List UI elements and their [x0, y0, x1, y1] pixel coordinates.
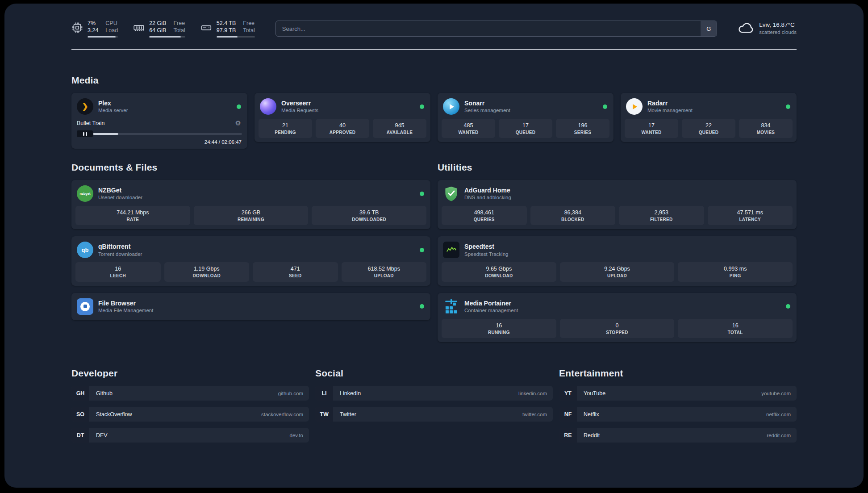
header-divider: [71, 49, 797, 50]
screen: 7% 3.24 CPU Load: [0, 0, 868, 493]
section-utilities: Utilities: [438, 162, 797, 342]
stat-rate: 744.21 Mbps RATE: [75, 206, 190, 225]
stat-ping: 0.993 ms PING: [678, 262, 793, 281]
nzbget-icon: nzbget: [77, 185, 93, 202]
bookmark-netflix[interactable]: NF Netflix netflix.com: [559, 407, 797, 422]
service-desc-plex: Media server: [98, 107, 128, 114]
section-social: Social LI LinkedIn linkedin.com TW Twitt…: [315, 368, 553, 449]
service-desc-sonarr: Series management: [464, 107, 510, 114]
service-desc-overseerr: Media Requests: [281, 107, 318, 114]
service-card-sonarr[interactable]: Sonarr Series management 485 WANTED 17 Q…: [438, 93, 613, 142]
bookmark-twitter[interactable]: TW Twitter twitter.com: [315, 407, 553, 422]
disk-total-label: Total: [243, 27, 255, 34]
stat-download: 1.19 Gbps DOWNLOAD: [164, 262, 250, 281]
bookmark-domain: dev.to: [290, 433, 303, 438]
stat-available: 945 AVAILABLE: [373, 119, 426, 138]
bookmark-abbr: NF: [559, 407, 577, 422]
bookmark-domain: github.com: [278, 391, 303, 396]
bookmark-domain: stackoverflow.com: [261, 412, 303, 417]
bookmark-stackoverflow[interactable]: SO StackOverflow stackoverflow.com: [71, 407, 309, 422]
plex-icon: ❯: [77, 98, 93, 115]
service-card-plex[interactable]: ❯ Plex Media server Bullet Train ⚙ 24:44…: [71, 93, 247, 149]
section-title-entertainment: Entertainment: [559, 368, 797, 379]
radarr-icon: [626, 98, 643, 115]
disk-free-value: 52.4 TB: [217, 20, 236, 27]
memory-total-value: 64 GiB: [149, 27, 166, 34]
stat-queued: 22 QUEUED: [682, 119, 735, 138]
stat-queries: 498,461 QUERIES: [442, 206, 527, 225]
stat-stopped: 0 STOPPED: [560, 319, 675, 338]
bookmark-domain: youtube.com: [761, 391, 791, 396]
cpu-percent: 7%: [88, 20, 98, 27]
bookmark-abbr: GH: [71, 386, 89, 401]
overseerr-icon: [260, 98, 276, 115]
service-card-speedtest[interactable]: Speedtest Speedtest Tracking 9.65 Gbps D…: [438, 236, 797, 285]
search-bar[interactable]: G: [275, 21, 718, 37]
stat-upload: 618.52 Mbps UPLOAD: [342, 262, 427, 281]
service-card-filebrowser[interactable]: File Browser Media File Management: [71, 293, 430, 320]
bookmark-linkedin[interactable]: LI LinkedIn linkedin.com: [315, 386, 553, 401]
section-title-utilities: Utilities: [438, 162, 797, 173]
service-card-overseerr[interactable]: Overseerr Media Requests 21 PENDING 40 A…: [255, 93, 430, 142]
bookmark-name: LinkedIn: [340, 390, 361, 397]
cpu-chip-icon: [71, 22, 83, 35]
status-dot-nzbget: [420, 192, 424, 196]
search-input[interactable]: [276, 21, 701, 36]
section-title-developer: Developer: [71, 368, 309, 379]
bookmark-dev[interactable]: DT DEV dev.to: [71, 428, 309, 443]
stat-total: 16 TOTAL: [678, 319, 793, 338]
service-desc-speedtest: Speedtest Tracking: [464, 251, 508, 258]
bookmark-name: Twitter: [340, 411, 356, 418]
disk-total-value: 97.9 TB: [217, 27, 236, 34]
stat-queued: 17 QUEUED: [499, 119, 552, 138]
playback-progress-bar[interactable]: [93, 133, 242, 135]
disk-drive-icon: [200, 22, 212, 35]
service-name-filebrowser: File Browser: [98, 299, 153, 307]
cpu-load-value: 3.24: [88, 27, 98, 34]
stat-seed: 471 SEED: [253, 262, 338, 281]
cpu-usage-bar: [88, 36, 118, 38]
service-desc-portainer: Container management: [464, 307, 518, 314]
section-title-media: Media: [71, 75, 797, 86]
service-name-speedtest: Speedtest: [464, 242, 508, 251]
stat-approved: 40 APPROVED: [316, 119, 369, 138]
stat-upload: 9.24 Gbps UPLOAD: [560, 262, 675, 281]
service-card-qbittorrent[interactable]: qb qBittorrent Torrent downloader 16 LEE…: [71, 236, 430, 285]
bookmark-name: DEV: [96, 432, 108, 439]
status-dot-portainer: [786, 304, 790, 309]
stat-download: 9.65 Gbps DOWNLOAD: [442, 262, 556, 281]
service-card-portainer[interactable]: Media Portainer Container management 16 …: [438, 293, 797, 342]
stat-movies: 834 MOVIES: [739, 119, 793, 138]
service-name-plex: Plex: [98, 99, 128, 107]
weather-condition: scattered clouds: [759, 29, 797, 36]
bookmark-reddit[interactable]: RE Reddit reddit.com: [559, 428, 797, 443]
service-name-qbittorrent: qBittorrent: [98, 242, 142, 251]
status-dot-sonarr: [603, 104, 607, 109]
speedtest-icon: [443, 242, 459, 258]
pause-button[interactable]: [77, 130, 93, 137]
bookmark-domain: twitter.com: [522, 412, 547, 417]
section-developer: Developer GH Github github.com SO StackO…: [71, 368, 309, 449]
section-title-documents: Documents & Files: [71, 162, 430, 173]
cpu-load-label: Load: [105, 27, 118, 34]
bookmark-domain: netflix.com: [766, 412, 791, 417]
bookmark-name: Netflix: [584, 411, 599, 418]
service-card-nzbget[interactable]: nzbget NZBGet Usenet downloader 744.21 M…: [71, 180, 430, 229]
sonarr-icon: [443, 98, 459, 115]
stat-filtered: 2,953 FILTERED: [619, 206, 704, 225]
gear-icon[interactable]: ⚙: [235, 120, 241, 126]
status-dot-qbittorrent: [420, 248, 424, 252]
memory-total-label: Total: [173, 27, 185, 34]
memory-widget: 22 GiB 64 GiB Free Total: [133, 20, 185, 38]
bookmark-abbr: SO: [71, 407, 89, 422]
service-name-adguard: AdGuard Home: [464, 186, 511, 194]
service-card-adguard[interactable]: AdGuard Home DNS and adblocking 498,461 …: [438, 180, 797, 229]
bookmark-name: YouTube: [584, 390, 605, 397]
service-card-radarr[interactable]: Radarr Movie management 17 WANTED 22 QUE…: [621, 93, 797, 142]
cpu-label: CPU: [105, 20, 118, 27]
status-dot-overseerr: [420, 104, 424, 109]
bookmark-github[interactable]: GH Github github.com: [71, 386, 309, 401]
service-desc-filebrowser: Media File Management: [98, 307, 153, 314]
bookmark-youtube[interactable]: YT YouTube youtube.com: [559, 386, 797, 401]
search-provider-button[interactable]: G: [701, 21, 717, 36]
